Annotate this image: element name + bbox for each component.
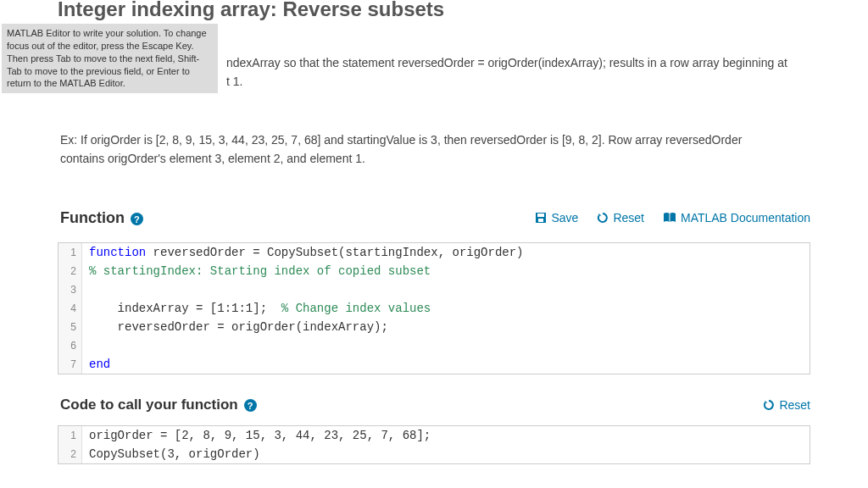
reset-icon <box>763 399 775 411</box>
reset-label: Reset <box>613 211 644 225</box>
code-keyword: end <box>89 358 110 371</box>
code-comment: % startingIndex: Starting index of copie… <box>89 264 431 278</box>
line-number: 5 <box>58 318 82 336</box>
problem-line-2: t 1. <box>226 75 242 88</box>
code-text: origOrder = [2, 8, 9, 15, 3, 44, 23, 25,… <box>89 429 431 442</box>
docs-label: MATLAB Documentation <box>681 211 810 225</box>
code-text: CopySubset(3, origOrder) <box>89 447 260 461</box>
line-number: 7 <box>58 355 82 374</box>
reset-button[interactable]: Reset <box>597 211 644 225</box>
save-button[interactable]: Save <box>535 211 578 225</box>
reset-call-label: Reset <box>779 398 810 412</box>
line-number: 1 <box>58 243 82 262</box>
line-number: 4 <box>58 299 82 318</box>
svg-rect-1 <box>537 214 544 217</box>
help-icon[interactable]: ? <box>244 399 257 412</box>
page-title: Integer indexing array: Reverse subsets <box>0 0 868 21</box>
code-text: reversedOrder = origOrder(indexArray); <box>89 320 388 334</box>
call-heading: Code to call your function <box>60 396 238 413</box>
line-number: 3 <box>58 280 82 299</box>
line-number: 2 <box>58 262 82 280</box>
problem-line-1: ndexArray so that the statement reversed… <box>226 56 787 69</box>
save-icon <box>535 212 547 224</box>
code-text: indexArray = [1:1:1]; <box>89 302 281 315</box>
line-number: 6 <box>58 336 82 355</box>
example-line-2: contains origOrder's element 3, element … <box>60 152 365 165</box>
editor-tooltip: MATLAB Editor to write your solution. To… <box>2 24 218 93</box>
svg-rect-2 <box>538 219 543 222</box>
call-editor[interactable]: 1origOrder = [2, 8, 9, 15, 3, 44, 23, 25… <box>58 425 810 464</box>
book-icon <box>663 212 676 224</box>
save-label: Save <box>551 211 578 225</box>
reset-call-button[interactable]: Reset <box>763 398 810 412</box>
example-text: Ex: If origOrder is [2, 8, 9, 15, 3, 44,… <box>58 130 810 169</box>
example-line-1: Ex: If origOrder is [2, 8, 9, 15, 3, 44,… <box>60 133 742 147</box>
function-heading: Function <box>60 209 125 226</box>
line-number: 1 <box>58 426 82 445</box>
code-comment: % Change index values <box>281 302 431 315</box>
code-text: reversedOrder = CopySubset(startingIndex… <box>146 246 523 259</box>
docs-link[interactable]: MATLAB Documentation <box>663 211 810 225</box>
help-icon[interactable]: ? <box>131 213 143 225</box>
line-number: 2 <box>58 445 82 463</box>
code-keyword: function <box>89 246 146 259</box>
function-editor[interactable]: 1function reversedOrder = CopySubset(sta… <box>58 242 810 374</box>
reset-icon <box>597 212 609 224</box>
